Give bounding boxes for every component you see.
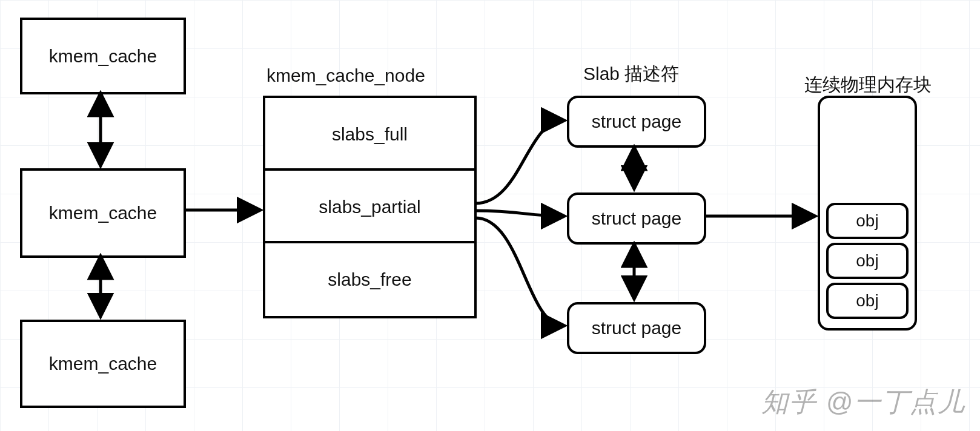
struct-page-2: struct page <box>567 302 706 354</box>
memblock-obj-1-label: obj <box>856 251 878 271</box>
struct-page-2-label: struct page <box>592 318 681 338</box>
memblock-obj-1: obj <box>826 243 909 279</box>
struct-page-0-label: struct page <box>592 111 681 132</box>
memblock-obj-0: obj <box>826 203 909 239</box>
watermark: 知乎 @一丁点儿 <box>761 384 965 420</box>
memblock-obj-2-label: obj <box>856 291 878 311</box>
kmem-cache-mid: kmem_cache <box>20 168 186 258</box>
memblock-obj-2: obj <box>826 283 909 319</box>
kmem-cache-top-label: kmem_cache <box>49 46 157 67</box>
struct-page-1: struct page <box>567 192 706 245</box>
arrow-partial-to-page1 <box>475 211 563 216</box>
kmem-cache-bottom: kmem_cache <box>20 320 186 408</box>
node-row-slabs-free: slabs_free <box>263 241 477 318</box>
kmem-cache-bottom-label: kmem_cache <box>49 354 157 374</box>
memblock-obj-0-label: obj <box>856 211 878 231</box>
node-row-slabs-partial-label: slabs_partial <box>319 197 420 217</box>
node-row-slabs-full-label: slabs_full <box>332 124 408 145</box>
kmem-cache-top: kmem_cache <box>20 18 186 94</box>
node-title: kmem_cache_node <box>267 65 425 86</box>
arrow-partial-to-page0 <box>475 120 563 203</box>
node-row-slabs-full: slabs_full <box>263 96 477 173</box>
memblock-title: 连续物理内存块 <box>804 73 932 97</box>
struct-page-1-label: struct page <box>592 208 681 229</box>
memblock-container: obj obj obj <box>818 96 917 331</box>
struct-page-0: struct page <box>567 96 706 148</box>
node-row-slabs-partial: slabs_partial <box>263 168 477 246</box>
kmem-cache-mid-label: kmem_cache <box>49 203 157 223</box>
slab-title: Slab 描述符 <box>583 62 679 87</box>
node-row-slabs-free-label: slabs_free <box>328 269 411 290</box>
arrow-partial-to-page2 <box>475 218 563 326</box>
